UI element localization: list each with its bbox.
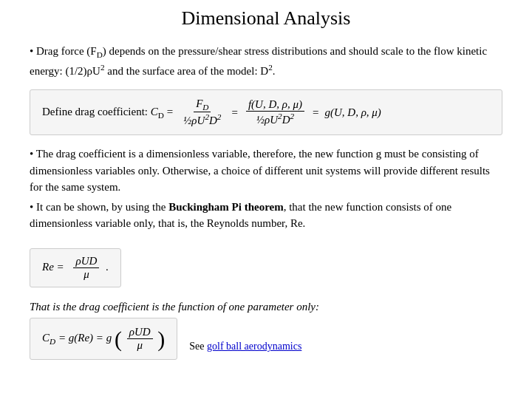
cd-formula-text: CD = g(Re) = g [42,332,115,344]
golf-ball-link[interactable]: golf ball aerodynamics [207,341,301,352]
formula1-fraction2: f(U, D, ρ, μ) ½ρU2D2 [244,98,307,126]
formula1-g: g(U, D, ρ, μ) [324,106,381,119]
bullet-1-text: • Drag force (FD) depends on the pressur… [30,43,502,79]
page-title: Dimensional Analysis [30,7,502,30]
bullet-1: • Drag force (FD) depends on the pressur… [30,43,502,79]
bullet-2: • The drag coefficient is a dimensionles… [30,146,502,232]
cd-formula-box: CD = g(Re) = g ( ρUD μ ) [30,318,177,360]
re-fraction: ρUD μ [73,255,99,281]
formula1-equals2: = [313,106,318,119]
buckingham-pi-bold: Buckingham Pi theorem [168,201,284,213]
formula1-equals: = [231,106,237,119]
formula1-define-label: Define drag coefficient: CD = [42,106,173,120]
re-label: Re = [42,261,64,273]
page: Dimensional Analysis • Drag force (FD) d… [0,0,532,399]
bullet-2-p1: • The drag coefficient is a dimensionles… [30,146,502,196]
see-link-container: See golf ball aerodynamics [189,341,301,360]
bullet-2-p2: • It can be shown, by using the Buckingh… [30,199,502,232]
d2-sup: 2 [268,63,273,72]
bottom-label: That is the drag coefficient is the func… [30,301,502,313]
cd-inner-fraction: ρUD μ [127,326,153,352]
cd-paren-close: ) [157,326,165,350]
u2-sup: 2 [100,63,105,72]
formula1-fraction1: FD ½ρU2D2 [179,98,225,127]
drag-coefficient-formula: Define drag coefficient: CD = FD ½ρU2D2 … [30,89,502,135]
re-dot: . [106,261,109,273]
see-label: See [189,341,207,352]
fd-sub: D [97,50,103,59]
re-formula-container: Re = ρUD μ . [30,242,502,295]
re-formula-box: Re = ρUD μ . [30,248,121,287]
cd-paren-open: ( [115,326,122,350]
bottom-row: CD = g(Re) = g ( ρUD μ ) See golf ball a… [30,318,502,360]
